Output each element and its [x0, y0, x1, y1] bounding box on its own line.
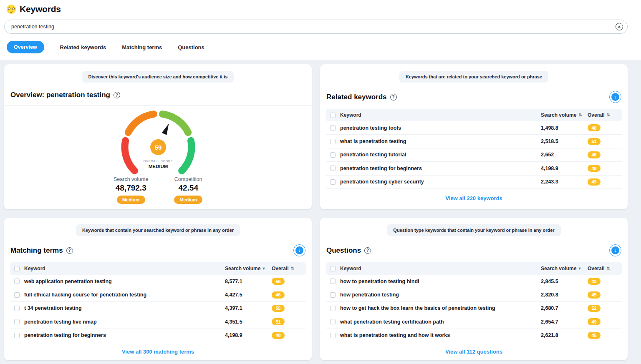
- row-checkbox[interactable]: [14, 292, 20, 298]
- gauge-score-label: OVERALL SCORE: [143, 159, 173, 163]
- sort-icon[interactable]: ▾: [262, 266, 265, 271]
- search-volume-cell: 2,680.7: [541, 305, 588, 311]
- content-grid: Discover this keyword's audience size an…: [0, 60, 641, 364]
- table-row[interactable]: t 34 penetration testing 4,397.1 55: [10, 302, 306, 315]
- row-checkbox[interactable]: [330, 152, 336, 158]
- download-button[interactable]: ↓: [293, 244, 305, 256]
- questions-card-title: Questions: [326, 246, 361, 255]
- search-bar: ×: [4, 20, 628, 34]
- row-checkbox[interactable]: [330, 279, 336, 284]
- sort-icon[interactable]: ⇅: [607, 266, 610, 271]
- tab-questions[interactable]: Questions: [178, 44, 204, 50]
- row-checkbox[interactable]: [330, 319, 336, 324]
- row-checkbox[interactable]: [330, 166, 336, 171]
- select-all-checkbox[interactable]: [330, 113, 336, 118]
- search-volume-cell: 8,577.1: [225, 279, 272, 284]
- row-checkbox[interactable]: [330, 306, 336, 311]
- overall-score-badge: 49: [588, 318, 601, 325]
- app-title: Keywords: [4, 3, 628, 20]
- overview-card: Discover this keyword's audience size an…: [4, 64, 312, 209]
- column-overall[interactable]: Overall: [588, 112, 605, 118]
- sort-icon[interactable]: ⇅: [291, 266, 294, 271]
- row-checkbox[interactable]: [14, 279, 20, 284]
- matching-tooltip: Keywords that contain your searched keyw…: [76, 224, 240, 236]
- table-row[interactable]: penetration testing tools 1,498.8 48: [326, 121, 622, 135]
- table-row[interactable]: how to penetration testing hindi 2,845.5…: [326, 275, 622, 288]
- sort-icon[interactable]: ▾: [578, 266, 580, 271]
- row-checkbox[interactable]: [330, 139, 336, 144]
- table-row[interactable]: penetration testing live nmap 4,351.5 51: [10, 315, 306, 329]
- tab-overview[interactable]: Overview: [7, 41, 44, 53]
- sort-icon[interactable]: ⇅: [607, 113, 610, 117]
- table-row[interactable]: how to get hack the box learn the basics…: [326, 302, 622, 315]
- related-card-title: Related keywords: [326, 93, 387, 101]
- search-volume-cell: 2,518.5: [541, 138, 588, 144]
- questions-tooltip: Question type keywords that contain your…: [387, 224, 560, 236]
- view-all-keywords-link[interactable]: View all 220 keywords: [320, 195, 628, 201]
- select-all-checkbox[interactable]: [14, 266, 20, 271]
- search-input[interactable]: [4, 20, 628, 34]
- row-checkbox[interactable]: [330, 333, 336, 338]
- help-icon[interactable]: ?: [66, 247, 73, 254]
- help-icon[interactable]: ?: [390, 94, 397, 100]
- column-overall[interactable]: Overall: [272, 266, 289, 271]
- column-overall[interactable]: Overall: [588, 266, 605, 271]
- gauge-segment-green: [182, 141, 191, 171]
- keyword-cell: how to penetration testing hindi: [340, 279, 419, 284]
- column-keyword: Keyword: [340, 112, 361, 118]
- select-all-checkbox[interactable]: [330, 266, 336, 271]
- stat-value: 42.54: [174, 183, 202, 193]
- column-search-volume[interactable]: Search volume: [225, 266, 260, 271]
- row-checkbox[interactable]: [14, 333, 20, 338]
- status-badge: Medium: [174, 196, 202, 204]
- keyword-cell: what is penetration testing and how it w…: [340, 332, 450, 338]
- table-row[interactable]: penetration testing cyber security 2,243…: [326, 176, 622, 189]
- keyword-cell: penetration testing tools: [340, 125, 401, 131]
- column-search-volume[interactable]: Search volume: [541, 266, 576, 271]
- table-row[interactable]: what penetration testing certification p…: [326, 315, 622, 329]
- view-all-questions-link[interactable]: View all 112 questions: [320, 349, 628, 355]
- row-checkbox[interactable]: [330, 125, 336, 131]
- gauge-segment-orange: [128, 114, 154, 133]
- row-checkbox[interactable]: [14, 306, 20, 311]
- matching-terms-card: Keywords that contain your searched keyw…: [4, 218, 312, 360]
- row-checkbox[interactable]: [330, 179, 336, 185]
- table-row[interactable]: penetration testing tutorial 2,652 46: [326, 148, 622, 162]
- keyword-cell: penetration testing for beginners: [24, 332, 106, 338]
- help-icon[interactable]: ?: [114, 92, 120, 98]
- overall-score-badge: 48: [588, 165, 601, 172]
- table-row[interactable]: how penetration testing 2,820.8 45: [326, 288, 622, 301]
- help-icon[interactable]: ?: [364, 247, 371, 254]
- row-checkbox[interactable]: [330, 292, 336, 298]
- search-volume-cell: 2,820.8: [541, 292, 588, 298]
- overall-score-badge: 48: [272, 332, 285, 339]
- column-keyword: Keyword: [24, 266, 45, 271]
- search-volume-cell: 2,243.3: [541, 179, 588, 185]
- row-checkbox[interactable]: [14, 319, 20, 324]
- gauge-segment-red: [125, 141, 134, 171]
- table-row[interactable]: penetration testing for beginners 4,198.…: [10, 329, 306, 342]
- download-button[interactable]: ↓: [609, 91, 621, 103]
- table-row[interactable]: web application penetration testing 8,57…: [10, 275, 306, 288]
- table-row[interactable]: what is penetration testing and how it w…: [326, 329, 622, 342]
- overall-score-badge: 56: [272, 278, 285, 285]
- clear-search-icon[interactable]: ×: [616, 23, 623, 30]
- overall-score-badge: 46: [272, 291, 285, 299]
- overall-score-badge: 51: [272, 318, 285, 325]
- status-badge: Medium: [117, 196, 145, 204]
- related-keywords-card: Keywords that are related to your search…: [320, 64, 628, 209]
- table-row[interactable]: penetration testing for beginners 4,198.…: [326, 162, 622, 175]
- questions-card: Question type keywords that contain your…: [320, 218, 628, 360]
- sort-icon[interactable]: ⇅: [578, 113, 582, 117]
- column-search-volume[interactable]: Search volume: [541, 112, 576, 118]
- table-header: Keyword Search volume ▾ Overall ⇅: [10, 262, 306, 275]
- questions-table: Keyword Search volume ▾ Overall ⇅ how to…: [326, 262, 622, 342]
- keyword-cell: how to get hack the box learn the basics…: [340, 305, 495, 311]
- tab-related-keywords[interactable]: Related keywords: [60, 44, 106, 50]
- table-row[interactable]: full ethical hacking course for penetrat…: [10, 288, 306, 301]
- download-button[interactable]: ↓: [609, 244, 621, 256]
- tab-matching-terms[interactable]: Matching terms: [122, 44, 162, 50]
- table-row[interactable]: what is penetration testing 2,518.5 51: [326, 135, 622, 148]
- keyword-cell: full ethical hacking course for penetrat…: [24, 292, 146, 298]
- view-all-matching-terms-link[interactable]: View all 300 matching terms: [4, 349, 312, 355]
